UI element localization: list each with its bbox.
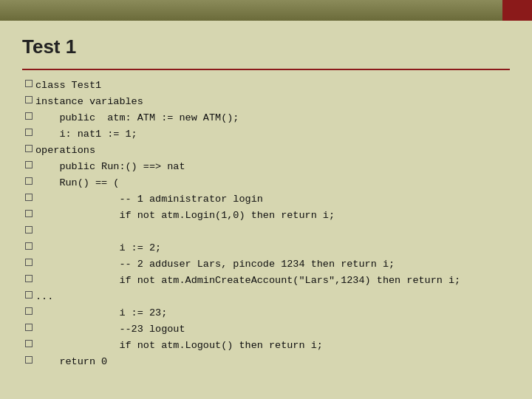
line-bullet	[22, 240, 35, 250]
code-line: i := 2;	[22, 240, 510, 256]
bullet-box	[25, 259, 33, 266]
line-bullet	[22, 126, 35, 136]
bullet-box	[25, 80, 33, 87]
code-line: instance variables	[22, 94, 510, 110]
code-text: i := 2;	[35, 240, 161, 256]
code-line: operations	[22, 143, 510, 159]
line-bullet	[22, 289, 35, 299]
code-text: public Run:() ==> nat	[35, 159, 185, 175]
line-bullet	[22, 354, 35, 364]
code-area: class Test1instance variables public atm…	[22, 78, 510, 370]
code-text: Run() == (	[35, 175, 119, 191]
top-bar	[0, 0, 532, 21]
bullet-box	[25, 112, 33, 120]
code-line: class Test1	[22, 78, 510, 94]
content-area: Test 1 class Test1instance variables pub…	[0, 21, 532, 385]
line-bullet	[22, 256, 35, 266]
code-text: operations	[35, 143, 95, 159]
bullet-box	[25, 307, 33, 315]
line-bullet	[22, 191, 35, 201]
code-line: if not atm.AdminCreateAccount("Lars",123…	[22, 273, 510, 289]
code-line: if not atm.Login(1,0) then return i;	[22, 208, 510, 224]
code-line: Run() == (	[22, 175, 510, 191]
code-text: if not atm.Logout() then return i;	[35, 338, 323, 354]
bullet-box	[25, 145, 33, 152]
line-bullet	[22, 224, 35, 233]
code-line: return 0	[22, 354, 510, 370]
code-text: i: nat1 := 1;	[35, 126, 137, 143]
code-text: class Test1	[35, 78, 101, 94]
line-bullet	[22, 78, 35, 87]
code-text: instance variables	[35, 94, 143, 110]
line-bullet	[22, 94, 35, 103]
bullet-box	[25, 291, 33, 299]
code-text: -- 2 adduser Lars, pincode 1234 then ret…	[35, 256, 395, 273]
code-line: -- 2 adduser Lars, pincode 1234 then ret…	[22, 256, 510, 273]
code-text: i := 23;	[35, 305, 167, 321]
bullet-box	[25, 194, 33, 201]
line-bullet	[22, 159, 35, 168]
code-line: ...	[22, 289, 510, 305]
code-text: public atm: ATM := new ATM();	[35, 110, 239, 126]
line-bullet	[22, 321, 35, 331]
bullet-box	[25, 177, 33, 185]
bullet-box	[25, 226, 33, 233]
page-title: Test 1	[22, 35, 510, 58]
bullet-box	[25, 324, 33, 331]
line-bullet	[22, 305, 35, 315]
code-text: --23 logout	[35, 321, 185, 338]
line-bullet	[22, 175, 35, 185]
code-text: -- 1 administrator login	[35, 191, 263, 208]
line-bullet	[22, 208, 35, 217]
code-line	[22, 224, 510, 240]
bullet-box	[25, 96, 33, 103]
line-bullet	[22, 110, 35, 120]
code-line: public atm: ATM := new ATM();	[22, 110, 510, 126]
bullet-box	[25, 210, 33, 217]
line-bullet	[22, 273, 35, 282]
code-line: -- 1 administrator login	[22, 191, 510, 208]
code-line: i := 23;	[22, 305, 510, 321]
divider	[22, 69, 510, 70]
line-bullet	[22, 143, 35, 152]
code-text: if not atm.Login(1,0) then return i;	[35, 208, 335, 224]
bullet-box	[25, 161, 33, 168]
code-line: --23 logout	[22, 321, 510, 338]
bullet-box	[25, 242, 33, 250]
code-line: if not atm.Logout() then return i;	[22, 338, 510, 354]
code-text: return 0	[35, 354, 107, 370]
code-line: public Run:() ==> nat	[22, 159, 510, 175]
top-bar-accent	[502, 0, 532, 21]
bullet-box	[25, 340, 33, 347]
bullet-box	[25, 129, 33, 136]
bullet-box	[25, 356, 33, 364]
line-bullet	[22, 338, 35, 347]
code-text: if not atm.AdminCreateAccount("Lars",123…	[35, 273, 460, 289]
code-line: i: nat1 := 1;	[22, 126, 510, 143]
bullet-box	[25, 275, 33, 282]
code-text: ...	[35, 289, 53, 305]
